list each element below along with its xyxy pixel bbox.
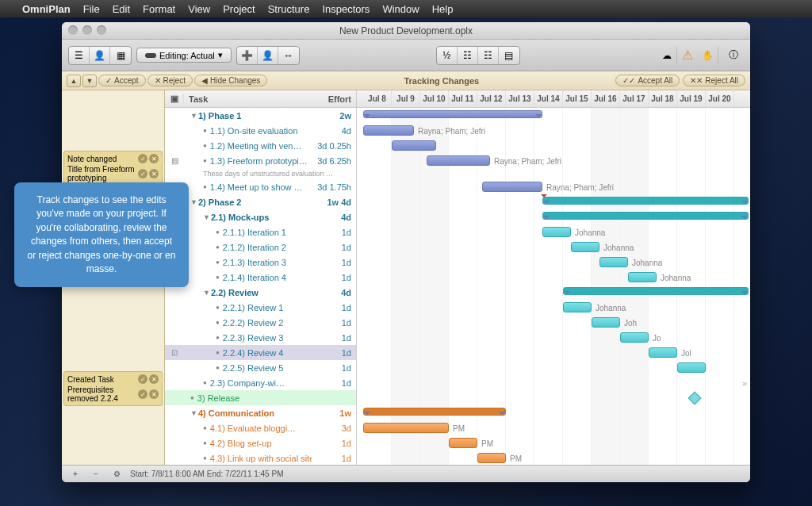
task-row[interactable]: ▼2) Phase 21w 4d bbox=[165, 194, 356, 209]
task-row[interactable]: ●2.3) Company-wi…1d bbox=[165, 375, 356, 390]
reject-note-icon[interactable]: ✕ bbox=[149, 374, 159, 384]
gantt-bar[interactable]: Joh bbox=[592, 317, 620, 328]
level2-button[interactable]: ☷ bbox=[478, 47, 499, 64]
reject-note-icon[interactable]: ✕ bbox=[149, 169, 159, 178]
menu-help[interactable]: Help bbox=[432, 3, 454, 15]
task-row[interactable]: ▼4) Communication1w bbox=[165, 405, 356, 420]
gantt-bar[interactable]: Johanna bbox=[599, 257, 628, 267]
gantt-bar[interactable] bbox=[363, 110, 542, 118]
task-row[interactable]: ●4.3) Link up with social sites1d bbox=[165, 450, 356, 465]
task-row[interactable]: ●2.2.5) Review 51d bbox=[165, 360, 356, 375]
sync-button[interactable]: ☁ bbox=[657, 47, 677, 64]
task-row[interactable]: ●2.2.3) Review 31d bbox=[165, 330, 356, 345]
gantt-bar[interactable] bbox=[392, 140, 436, 151]
inspector-button[interactable]: ⓘ bbox=[723, 47, 744, 64]
task-row[interactable]: ●1.1) On-site evaluation4d bbox=[165, 123, 356, 138]
level-button[interactable]: ☷ bbox=[458, 47, 478, 64]
resource-view-button[interactable]: 👤 bbox=[90, 47, 110, 64]
reject-note-icon[interactable]: ✕ bbox=[149, 389, 159, 399]
effort-column-header[interactable]: Effort bbox=[312, 94, 356, 104]
task-row[interactable]: ●4.1) Evaluate bloggi…3d bbox=[165, 420, 356, 435]
fraction-button[interactable]: ½ bbox=[437, 47, 458, 64]
calendar-view-button[interactable]: ▦ bbox=[110, 47, 131, 64]
gantt-bar[interactable] bbox=[363, 408, 506, 416]
task-row[interactable]: ▼1) Phase 12w bbox=[165, 108, 356, 123]
task-row[interactable]: ⊡●2.2.4) Review 41d bbox=[165, 345, 356, 360]
accept-all-button[interactable]: ✓✓Accept All bbox=[615, 75, 680, 86]
gantt-bar[interactable]: » bbox=[563, 287, 749, 295]
menu-edit[interactable]: Edit bbox=[113, 3, 130, 15]
link-button[interactable]: ↔ bbox=[278, 47, 299, 64]
next-change-button[interactable]: ▼ bbox=[82, 75, 97, 87]
task-row[interactable]: ●2.2.1) Review 11d bbox=[165, 300, 356, 315]
reject-note-icon[interactable]: ✕ bbox=[149, 154, 159, 163]
task-row[interactable]: ●1.2) Meeting with ven…3d 0.25h bbox=[165, 138, 356, 153]
accept-change-button[interactable]: ✓Accept bbox=[98, 75, 146, 86]
hide-changes-button[interactable]: ◀Hide Changes bbox=[194, 75, 267, 86]
task-row[interactable]: ▤●1.3) Freeform prototypi…3d 6.25h bbox=[165, 153, 356, 168]
task-row[interactable]: ▼2.1) Mock-ups4d bbox=[165, 209, 356, 224]
editing-mode-selector[interactable]: Editing: Actual ▾ bbox=[136, 48, 232, 63]
change-note[interactable]: Note changed✓✕ Title from Freeform proto… bbox=[63, 151, 163, 186]
task-row[interactable]: ●2.1.3) Iteration 31d bbox=[165, 255, 356, 270]
remove-button[interactable]: − bbox=[89, 468, 103, 481]
task-list[interactable]: ▼1) Phase 12w●1.1) On-site evaluation4d●… bbox=[165, 108, 356, 465]
task-row[interactable]: ●2.2.2) Review 21d bbox=[165, 315, 356, 330]
gantt-bar[interactable]: Rayna; Pham; Jefri bbox=[482, 182, 542, 192]
gantt-bar[interactable]: Rayna; Pham; Jefri bbox=[427, 155, 490, 166]
action-menu-button[interactable]: ⚙ bbox=[109, 468, 124, 481]
gantt-bar[interactable]: Jol bbox=[649, 347, 677, 358]
task-row[interactable]: ●4.2) Blog set-up1d bbox=[165, 435, 356, 450]
gantt-bar[interactable]: PM bbox=[477, 453, 506, 463]
menu-view[interactable]: View bbox=[188, 3, 210, 15]
gantt-bar[interactable] bbox=[677, 362, 706, 373]
content-area: ▣ Task Effort ▼1) Phase 12w●1.1) On-site… bbox=[165, 90, 750, 465]
catch-up-button[interactable]: ▤ bbox=[499, 47, 519, 64]
reject-all-button[interactable]: ✕✕Reject All bbox=[683, 75, 745, 86]
add-button[interactable]: + bbox=[68, 468, 82, 481]
task-row[interactable]: ●2.1.2) Iteration 21d bbox=[165, 240, 356, 255]
gantt-bar[interactable]: Johanna bbox=[571, 242, 599, 252]
gantt-bar[interactable]: Jo bbox=[620, 332, 649, 343]
gantt-bar[interactable]: PM bbox=[363, 423, 449, 433]
gantt-bar[interactable]: Johanna bbox=[628, 272, 657, 282]
change-note[interactable]: Created Task✓✕ Prerequisites removed 2.2… bbox=[63, 371, 163, 406]
marker-column-icon[interactable]: ▣ bbox=[165, 94, 184, 104]
gantt-bar[interactable]: Rayna; Pham; Jefri bbox=[363, 125, 414, 136]
warning-icon[interactable]: ⚠ bbox=[682, 48, 693, 63]
gantt-bar[interactable]: Johanna bbox=[563, 302, 592, 312]
accept-note-icon[interactable]: ✓ bbox=[138, 169, 147, 178]
gantt-bar[interactable]: Johanna bbox=[542, 227, 571, 237]
gantt-view-button[interactable]: ☰ bbox=[69, 47, 90, 64]
task-row[interactable]: ▼2.2) Review4d bbox=[165, 285, 356, 300]
menu-format[interactable]: Format bbox=[143, 3, 175, 15]
menu-file[interactable]: File bbox=[83, 3, 100, 15]
zoom-button[interactable] bbox=[97, 25, 106, 35]
task-row[interactable]: ●2.1.1) Iteration 11d bbox=[165, 224, 356, 240]
gantt-bar[interactable]: » bbox=[542, 212, 749, 220]
close-button[interactable] bbox=[68, 25, 78, 35]
menu-window[interactable]: Window bbox=[382, 3, 419, 15]
task-row[interactable]: ●1.4) Meet up to show …3d 1.75h bbox=[165, 179, 356, 194]
gantt-body[interactable]: Rayna; Pham; JefriRayna; Pham; JefriRayn… bbox=[357, 108, 750, 465]
menu-project[interactable]: Project bbox=[223, 3, 255, 15]
add-task-button[interactable]: ➕ bbox=[237, 47, 258, 64]
task-row[interactable]: ●2.1.4) Iteration 41d bbox=[165, 270, 356, 285]
accept-note-icon[interactable]: ✓ bbox=[138, 389, 147, 399]
menu-inspectors[interactable]: Inspectors bbox=[322, 3, 370, 15]
accept-note-icon[interactable]: ✓ bbox=[138, 374, 147, 384]
gantt-bar[interactable]: » bbox=[542, 197, 749, 205]
gantt-bar[interactable]: PM bbox=[449, 438, 477, 448]
task-row[interactable]: ●3) Release bbox=[165, 390, 356, 405]
gantt-chart[interactable]: Jul 8Jul 9Jul 10Jul 11Jul 12Jul 13Jul 14… bbox=[357, 90, 750, 465]
prev-change-button[interactable]: ▲ bbox=[67, 75, 81, 87]
window-title: New Product Development.oplx bbox=[339, 25, 473, 36]
add-resource-button[interactable]: 👤 bbox=[258, 47, 278, 64]
task-column-header[interactable]: Task bbox=[184, 94, 312, 104]
reject-change-button[interactable]: ✕Reject bbox=[147, 75, 193, 86]
hand-button[interactable]: ✋ bbox=[698, 47, 718, 64]
menu-structure[interactable]: Structure bbox=[268, 3, 310, 15]
accept-note-icon[interactable]: ✓ bbox=[138, 154, 147, 163]
app-menu[interactable]: OmniPlan bbox=[22, 3, 71, 15]
minimize-button[interactable] bbox=[82, 25, 92, 35]
